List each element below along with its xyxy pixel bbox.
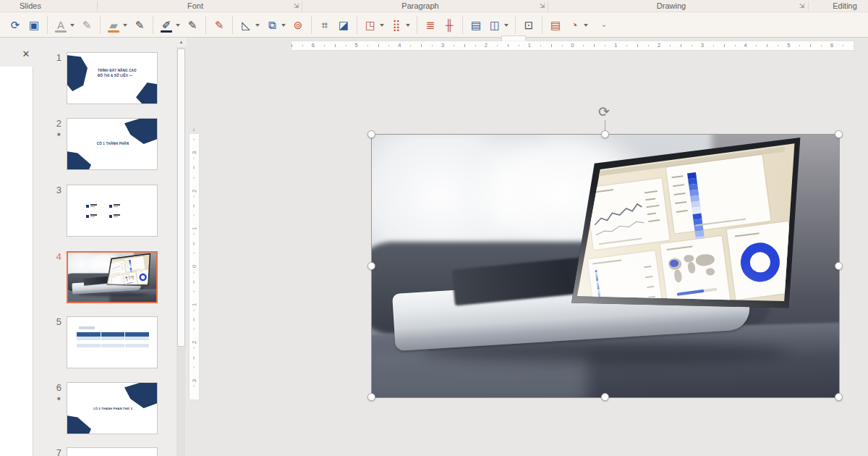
highlight-fill-color-dropdown-chevron[interactable] [123,24,127,27]
rotation-handle-icon[interactable]: ⟳ [596,104,612,120]
shape-container-dropdown-chevron[interactable] [380,24,384,27]
ribbon-group-slides[interactable]: Slides [20,0,41,12]
slide-thumbnail-4[interactable] [67,251,158,303]
slide-thumbnail-2[interactable]: CÓ 1 THÀNH PHẦN [67,118,158,170]
slide-row-6: 6✶CÓ 2 THÀNH PHẦN THỨ 2 [40,376,187,443]
scroll-up-icon[interactable]: ▲ [176,38,186,47]
bullet-icon-group [86,214,97,218]
fill-eyedropper-icon[interactable]: ✎ [130,16,149,35]
table-icon[interactable]: ◫ [485,16,504,35]
shape-outline-color-dropdown-chevron[interactable] [176,24,180,27]
ribbon-group-paragraph[interactable]: Paragraph [401,0,438,12]
change-picture-icon[interactable]: ▣ [25,16,43,35]
resize-handle-top-middle[interactable] [601,130,609,138]
slide-thumbnail-3[interactable] [67,185,158,237]
rotate-shape-dropdown-chevron[interactable] [255,24,260,27]
selected-picture[interactable]: ⟳ [372,135,839,397]
collapse-ribbon-icon[interactable]: ⌄ [600,21,608,30]
outline-eyedropper-icon[interactable]: ✎ [183,16,202,35]
slide-thumbnail-5[interactable] [67,316,158,368]
ruler-mark: 1 [508,41,551,50]
rotate-picture-glyph: ⊡ [524,20,534,30]
slide-number-6: 6 [43,382,61,393]
ruler-mark: 0 [190,248,199,285]
slide-thumbnail-1[interactable]: TRÌNH BÀY NÂNG CAOĐỒ THỊ & SỐ LIỆU — [67,52,158,104]
ribbon-group-divider [97,1,98,11]
align-center-icon[interactable]: ╫ [440,16,459,35]
table-shading-icon[interactable]: ▤ [467,16,485,35]
slide-thumbnail-panel: 76✶CÓ 2 THÀNH PHẦN THỨ 25432✶CÓ 1 THÀNH … [40,38,187,456]
horizontal-ruler: 6543210123456 [292,41,854,50]
ruler-mark: 0 [551,41,595,50]
resize-handle-middle-right[interactable] [835,262,843,270]
font-color-icon[interactable]: A [51,16,70,35]
reuse-slides-icon[interactable]: ⟳ [6,16,25,35]
font-color-eyedropper-icon[interactable]: ✎ [77,16,96,35]
ribbon-group-drawing[interactable]: Drawing [657,0,686,12]
slide-row-3: 3 [40,179,187,245]
highlight-fill-color-icon[interactable]: ▰ [104,16,123,35]
highlight-fill-color-color-bar [108,30,119,33]
font-color-dropdown-chevron[interactable] [70,24,75,27]
layers-icon[interactable]: ≣ [421,16,440,35]
toolbar-separator [153,16,153,34]
crop-icon[interactable]: ⌗ [315,16,334,35]
arrange-shapes-icon[interactable]: ⧉ [263,16,281,35]
outline-eyedropper-glyph: ✎ [188,20,197,30]
paragraph-dialog-launcher-icon[interactable]: ⇲ [538,1,546,10]
animation-ring-dropdown-chevron[interactable] [584,24,588,27]
toolbar-separator [515,16,516,34]
slide-thumbnail-7[interactable] [67,447,158,456]
presentation-app-window: Slides Font Paragraph Drawing Editing ⇲ … [0,0,868,456]
insert-picture-icon[interactable]: ◪ [334,16,353,35]
slide-number-3: 3 [43,185,61,195]
rotate-shape-glyph: ◺ [242,20,250,30]
ribbon-group-font[interactable]: Font [187,0,203,12]
resize-handle-bottom-middle[interactable] [601,393,609,401]
animation-ring-icon[interactable]: ◔ [565,16,584,35]
toolbar-separator [462,16,463,34]
decorative-blob [124,382,158,408]
shape-container-icon[interactable]: ◳ [361,16,380,35]
grid-options-icon[interactable]: ⣿ [387,16,406,35]
slide-panel-scrollbar[interactable]: ▲ [176,38,186,456]
grid-options-dropdown-chevron[interactable] [406,24,410,27]
ribbon-group-editing[interactable]: Editing [833,0,857,12]
close-icon[interactable]: ✕ [20,48,33,61]
scrollbar-thumb[interactable] [177,48,185,347]
ruler-mark: 6 [810,41,854,50]
rotate-picture-icon[interactable]: ⊡ [519,16,538,35]
slide-thumbnail-6[interactable]: CÓ 2 THÀNH PHẦN THỨ 2 [67,382,158,434]
toolbar-separator [100,16,101,34]
insert-picture-glyph: ◪ [339,20,349,30]
notes-page-icon[interactable]: ▤ [546,16,565,35]
laptop-screen [571,138,801,310]
color-picker-glyph: ✎ [215,20,224,30]
shape-outline-color-icon[interactable]: ✐ [157,16,176,35]
table-dropdown-chevron[interactable] [504,24,509,27]
font-dialog-launcher-icon[interactable]: ⇲ [292,1,300,10]
drawing-dialog-launcher-icon[interactable]: ⇲ [798,1,806,10]
ruler-mark: 2 [190,172,199,209]
ruler-mark: 3 [190,362,199,400]
ribbon-group-labels: Slides Font Paragraph Drawing Editing ⇲ … [0,0,868,12]
shape-outline-color-color-bar [161,30,172,33]
ribbon-group-divider [548,1,548,11]
laptop-screen [106,253,150,287]
resize-handle-bottom-right[interactable] [835,393,843,401]
rotate-shape-icon[interactable]: ◺ [237,16,255,35]
resize-handle-top-right[interactable] [835,130,843,138]
resize-handle-bottom-left[interactable] [367,393,375,401]
arrange-shapes-dropdown-chevron[interactable] [281,24,286,27]
resize-handle-middle-left[interactable] [367,262,375,270]
slide-number-1: 1 [43,52,61,63]
screen-glare [571,138,801,310]
table-glyph: ◫ [490,20,500,30]
crop-glyph: ⌗ [322,20,328,30]
ruler-mark: 4 [724,41,767,50]
animation-star-icon: ✶ [48,131,61,138]
merge-shapes-icon[interactable]: ⊚ [289,16,307,35]
color-picker-icon[interactable]: ✎ [210,16,229,35]
font-color-eyedropper-glyph: ✎ [82,20,92,30]
resize-handle-top-left[interactable] [367,130,375,138]
